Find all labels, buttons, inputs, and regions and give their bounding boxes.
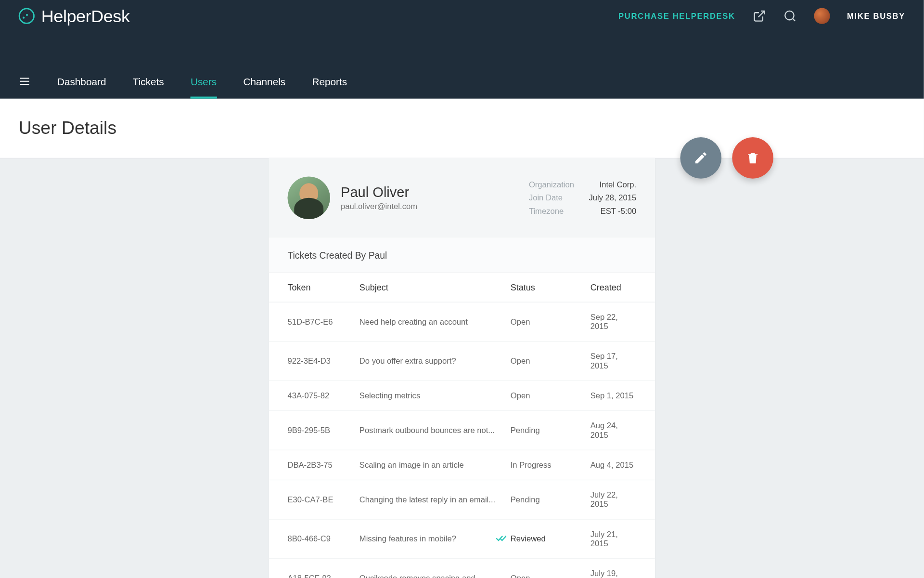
header-top: HelperDesk PURCHASE HELPERDESK MIKE BUSB… bbox=[0, 0, 924, 64]
nav-item-users[interactable]: Users bbox=[191, 64, 217, 99]
col-created: Created bbox=[590, 282, 636, 292]
user-header: Paul Oliver paul.oliver@intel.com Organi… bbox=[269, 158, 655, 238]
brand-name: HelperDesk bbox=[41, 6, 130, 26]
cell-token: 9B9-295-5B bbox=[287, 426, 359, 435]
cell-status: Reviewed bbox=[496, 534, 590, 544]
table-row[interactable]: DBA-2B3-75Scaling an image in an article… bbox=[269, 450, 655, 480]
svg-line-0 bbox=[758, 11, 764, 17]
purchase-link[interactable]: PURCHASE HELPERDESK bbox=[618, 12, 735, 21]
cell-status: In Progress bbox=[511, 460, 590, 470]
cell-created: Sep 17, 2015 bbox=[590, 352, 636, 370]
cell-created: July 21, 2015 bbox=[590, 529, 636, 548]
nav-item-dashboard[interactable]: Dashboard bbox=[57, 64, 106, 99]
nav-item-tickets[interactable]: Tickets bbox=[133, 64, 164, 99]
cell-token: 922-3E4-D3 bbox=[287, 356, 359, 366]
table-header: Token Subject Status Created bbox=[269, 273, 655, 302]
cell-subject: Postmark outbound bounces are not... bbox=[359, 426, 511, 435]
delete-button[interactable] bbox=[732, 137, 773, 179]
cell-created: Sep 1, 2015 bbox=[590, 391, 636, 400]
table-row[interactable]: A18-5CF-92Qucikcode removes spacing and.… bbox=[269, 559, 655, 578]
meta-tz-label: Timezone bbox=[529, 207, 574, 216]
content-area: Paul Oliver paul.oliver@intel.com Organi… bbox=[0, 158, 924, 578]
table-row[interactable]: 922-3E4-D3Do you offer extra support?Ope… bbox=[269, 342, 655, 381]
cell-token: DBA-2B3-75 bbox=[287, 460, 359, 470]
cell-token: 43A-075-82 bbox=[287, 391, 359, 400]
cell-status: Pending bbox=[511, 495, 590, 504]
page-title-bar: User Details bbox=[0, 99, 924, 158]
double-check-icon bbox=[496, 534, 506, 544]
open-external-icon[interactable] bbox=[753, 9, 766, 23]
svg-line-2 bbox=[793, 19, 795, 21]
cell-subject: Do you offer extra support? bbox=[359, 356, 511, 366]
table-row[interactable]: 8B0-466-C9Missing features in mobile?Rev… bbox=[269, 520, 655, 559]
table-row[interactable]: E30-CA7-BEChanging the latest reply in a… bbox=[269, 480, 655, 520]
meta-join-label: Join Date bbox=[529, 193, 574, 202]
edit-button[interactable] bbox=[680, 137, 721, 179]
table-row[interactable]: 9B9-295-5BPostmark outbound bounces are … bbox=[269, 411, 655, 450]
cell-status: Pending bbox=[511, 426, 590, 435]
meta-org-value: Intel Corp. bbox=[589, 180, 636, 189]
col-subject: Subject bbox=[359, 282, 511, 292]
nav-item-reports[interactable]: Reports bbox=[312, 64, 347, 99]
header-right: PURCHASE HELPERDESK MIKE BUSBY bbox=[618, 8, 905, 24]
table-row[interactable]: 43A-075-82Selecting metricsOpenSep 1, 20… bbox=[269, 381, 655, 411]
user-name: Paul Oliver bbox=[341, 184, 417, 200]
pencil-icon bbox=[693, 151, 708, 165]
nav-item-channels[interactable]: Channels bbox=[244, 64, 286, 99]
cell-subject: Scaling an image in an article bbox=[359, 460, 511, 470]
svg-point-1 bbox=[785, 11, 794, 20]
cell-created: July 22, 2015 bbox=[590, 490, 636, 509]
search-icon[interactable] bbox=[783, 9, 796, 23]
user-meta: Organization Intel Corp. Join Date July … bbox=[529, 180, 636, 216]
cell-subject: Qucikcode removes spacing and... bbox=[359, 574, 511, 578]
col-status: Status bbox=[511, 282, 590, 292]
avatar bbox=[287, 176, 330, 219]
col-token: Token bbox=[287, 282, 359, 292]
user-identity: Paul Oliver paul.oliver@intel.com bbox=[287, 176, 417, 219]
cell-subject: Missing features in mobile? bbox=[359, 534, 511, 543]
cell-created: July 19, 2015 bbox=[590, 569, 636, 578]
cell-token: 8B0-466-C9 bbox=[287, 534, 359, 543]
user-card: Paul Oliver paul.oliver@intel.com Organi… bbox=[269, 158, 655, 578]
user-avatar-icon[interactable] bbox=[814, 8, 830, 24]
cell-status: Open bbox=[511, 356, 590, 366]
cell-token: E30-CA7-BE bbox=[287, 495, 359, 504]
cell-created: Sep 22, 2015 bbox=[590, 313, 636, 331]
table-row[interactable]: 51D-B7C-E6Need help creating an accountO… bbox=[269, 302, 655, 342]
cell-status: Open bbox=[511, 574, 590, 578]
trash-icon bbox=[745, 151, 760, 165]
cell-created: Aug 4, 2015 bbox=[590, 460, 636, 470]
page-title: User Details bbox=[19, 118, 116, 139]
action-buttons bbox=[680, 137, 773, 179]
cell-status: Open bbox=[511, 317, 590, 326]
cell-subject: Selecting metrics bbox=[359, 391, 511, 400]
current-user-name[interactable]: MIKE BUSBY bbox=[847, 12, 905, 21]
cell-subject: Need help creating an account bbox=[359, 317, 511, 326]
cell-subject: Changing the latest reply in an email... bbox=[359, 495, 511, 504]
meta-tz-value: EST -5:00 bbox=[589, 207, 636, 216]
tickets-section-title: Tickets Created By Paul bbox=[269, 238, 655, 273]
app-header: HelperDesk PURCHASE HELPERDESK MIKE BUSB… bbox=[0, 0, 924, 99]
meta-org-label: Organization bbox=[529, 180, 574, 189]
cell-token: A18-5CF-92 bbox=[287, 574, 359, 578]
hamburger-icon[interactable] bbox=[19, 75, 31, 87]
cell-status: Open bbox=[511, 391, 590, 400]
meta-join-value: July 28, 2015 bbox=[589, 193, 636, 202]
cell-created: Aug 24, 2015 bbox=[590, 421, 636, 440]
user-email: paul.oliver@intel.com bbox=[341, 202, 417, 211]
logo-mark-icon bbox=[19, 8, 35, 24]
main-nav: DashboardTicketsUsersChannelsReports bbox=[0, 64, 924, 99]
cell-token: 51D-B7C-E6 bbox=[287, 317, 359, 326]
brand-logo[interactable]: HelperDesk bbox=[19, 6, 130, 26]
